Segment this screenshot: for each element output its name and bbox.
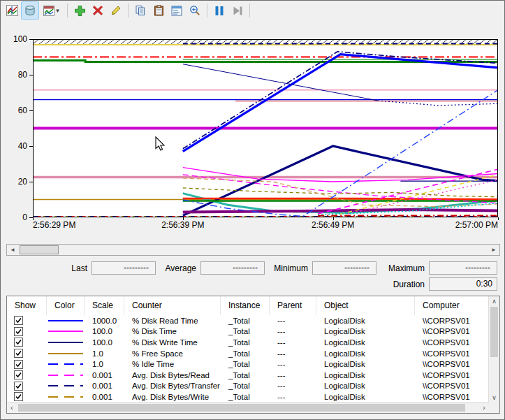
cell-object: LogicalDisk [316,349,415,358]
counter-row[interactable]: 100.0% Disk Time_Total---LogicalDisk\\CO… [7,326,489,338]
highlight-button[interactable] [107,1,125,20]
cell-object: LogicalDisk [316,317,415,325]
copy-icon [135,5,146,16]
cell-counter: % Free Space [124,349,221,358]
cell-counter: Avg. Disk Bytes/Transfer [124,382,221,390]
column-header-scale[interactable]: Scale [85,296,124,315]
cell-scale: 0.001 [85,371,124,379]
zoom-button[interactable] [186,1,204,20]
view-current-activity-button[interactable] [3,1,21,20]
counter-row[interactable]: 1.0% Idle Time_Total---LogicalDisk\\CORP… [7,359,489,370]
cell-counter: Avg. Disk Bytes/Read [124,371,221,379]
cell-parent: --- [270,371,316,379]
counter-row[interactable]: 0.001Avg. Disk Bytes/Write_Total---Logic… [7,391,489,403]
cell-instance: _Total [221,360,270,368]
toolbar-separator [207,3,207,17]
x-tick-mark [333,217,334,220]
color-sample [48,342,83,343]
freeze-display-button[interactable] [210,1,228,20]
counter-row[interactable]: 1000.0% Disk Read Time_Total---LogicalDi… [7,315,489,326]
properties-button[interactable] [168,1,186,20]
column-header-counter[interactable]: Counter [124,296,221,315]
cell-object: LogicalDisk [316,371,415,379]
maximum-label: Maximum [380,263,425,273]
cell-scale: 0.001 [85,382,124,390]
minimum-value: --------- [312,261,376,275]
scroll-left-arrow[interactable]: ◄ [7,245,18,255]
y-tick-label: 80 [5,70,27,80]
duration-label: Duration [380,280,425,289]
scroll-up-arrow[interactable]: ∧ [489,296,499,306]
cell-scale: 0.001 [85,393,124,401]
add-counter-button[interactable] [71,1,89,20]
counter-row[interactable]: 100.0% Disk Write Time_Total---LogicalDi… [7,337,489,348]
view-log-data-button[interactable] [21,1,39,20]
series-red-thick-10 [183,198,498,199]
toolbar-separator [128,3,129,17]
scroll-thumb[interactable] [20,245,59,254]
copy-properties-button[interactable] [131,1,149,20]
delete-counter-button[interactable] [89,1,107,20]
cell-computer: \\CORPSV01 [415,327,489,335]
scroll-right-arrow[interactable]: ► [488,245,499,255]
average-label: Average [152,263,196,273]
scroll-down-arrow[interactable]: ∨ [489,393,499,403]
column-header-computer[interactable]: Computer [415,296,489,315]
counter-list-horizontal-scrollbar[interactable]: ‹ › [7,402,489,413]
show-checkbox[interactable] [14,370,23,379]
column-header-color[interactable]: Color [47,296,85,315]
chart-horizontal-scrollbar[interactable]: ◄ ► [6,244,500,256]
x-tick-label: 2:57:00 PM [455,220,498,230]
counter-row[interactable]: 0.001Avg. Disk Bytes/Read_Total---Logica… [7,370,489,381]
toolbar: ▼ [1,1,504,21]
duration-value: 0:30 [429,277,497,291]
cell-object: LogicalDisk [316,360,415,368]
update-data-button[interactable] [228,1,247,20]
show-checkbox[interactable] [14,360,23,369]
mouse-cursor [155,136,165,151]
show-checkbox[interactable] [14,349,23,358]
cell-counter: % Idle Time [124,360,221,368]
show-checkbox[interactable] [14,392,23,401]
cell-instance: _Total [221,327,270,335]
y-tick-label: 0 [5,212,27,222]
toolbar-separator [249,3,250,17]
cell-parent: --- [270,338,316,347]
cell-instance: _Total [221,349,270,358]
scroll-right-arrow[interactable]: › [479,403,489,413]
cell-counter: % Disk Time [124,327,221,335]
column-header-object[interactable]: Object [316,296,415,315]
color-sample [48,331,83,332]
cell-scale: 1000.0 [85,317,124,325]
show-checkbox[interactable] [14,327,23,336]
show-checkbox[interactable] [14,338,23,347]
minimum-label: Minimum [263,263,308,273]
column-header-parent[interactable]: Parent [270,296,316,315]
counter-row[interactable]: 1.0% Free Space_Total---LogicalDisk\\COR… [7,348,489,359]
show-checkbox[interactable] [14,316,23,325]
cell-scale: 100.0 [85,327,124,335]
color-sample [48,353,83,354]
y-tick-mark [29,146,33,147]
counter-list-body: 1000.0% Disk Read Time_Total---LogicalDi… [7,315,489,403]
scroll-left-arrow[interactable]: ‹ [7,403,17,413]
cell-parent: --- [270,393,316,401]
scroll-thumb[interactable] [18,404,465,412]
scroll-thumb[interactable] [490,307,498,357]
cell-parent: --- [270,382,316,390]
cell-computer: \\CORPSV01 [415,338,489,347]
last-value: --------- [92,261,156,275]
line-chart-icon [6,5,18,16]
change-graph-type-dropdown[interactable]: ▼ [39,1,64,20]
magnifier-icon [189,5,200,16]
counter-list-vertical-scrollbar[interactable]: ∧ ∨ [488,296,499,403]
y-tick-mark [29,75,33,75]
show-checkbox[interactable] [14,382,23,391]
paste-counter-list-button[interactable] [149,1,168,20]
cell-instance: _Total [221,338,270,347]
column-header-show[interactable]: Show [7,296,47,315]
column-header-instance[interactable]: Instance [221,296,270,315]
counter-row[interactable]: 0.001Avg. Disk Bytes/Transfer_Total---Lo… [7,381,489,392]
x-tick-mark [183,217,184,220]
pencil-icon [110,5,122,16]
